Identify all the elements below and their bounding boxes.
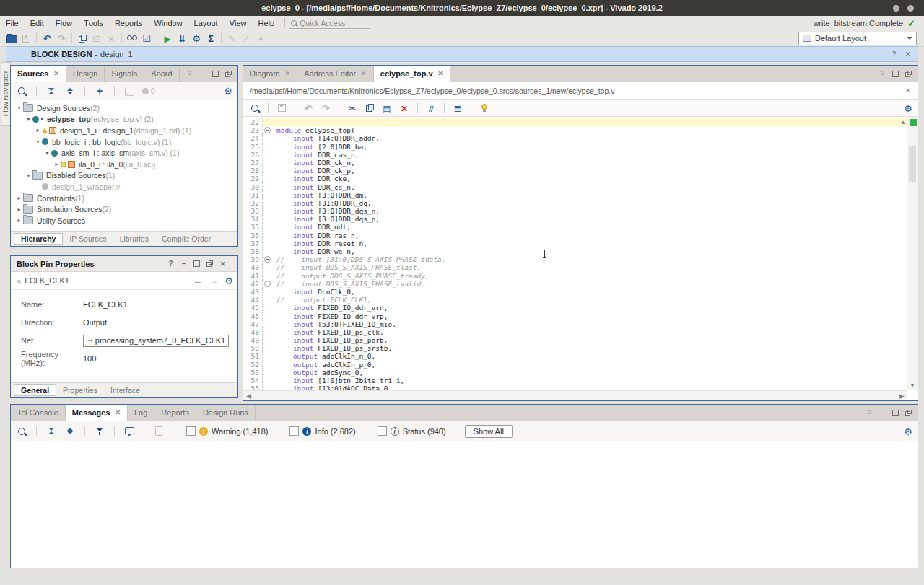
collapse-arrow-icon[interactable]: ▾	[15, 105, 23, 111]
scroll-down-icon[interactable]: ▼	[907, 382, 918, 389]
delete-icon[interactable]	[104, 32, 118, 45]
tab-design-runs[interactable]: Design Runs	[196, 405, 256, 421]
tab-general[interactable]: General	[14, 384, 56, 396]
fold-marker[interactable]	[263, 255, 272, 263]
tab-hierarchy[interactable]: Hierarchy	[14, 233, 63, 245]
code-text[interactable]: inout [3:0]DDR_dm,	[272, 191, 907, 199]
bulb-icon[interactable]	[477, 102, 492, 115]
tab-messages[interactable]: Messages✕	[66, 405, 128, 421]
tree-item-utility-sources[interactable]: ▸Utility Sources	[11, 215, 237, 226]
code-text[interactable]: // output DDS_S_AXIS_PHASE_tready,	[272, 272, 907, 280]
tab-design[interactable]: Design	[66, 66, 105, 82]
code-text[interactable]: inout [2:0]DDR_ba,	[272, 143, 907, 151]
help-icon[interactable]	[186, 70, 193, 78]
comment-icon[interactable]	[424, 102, 438, 115]
help-icon[interactable]	[879, 70, 886, 78]
code-text[interactable]	[272, 118, 907, 126]
code-text[interactable]: input [13:0]dADC_Data_0,	[272, 384, 907, 390]
code-text[interactable]: inout DDR_ras_n,	[272, 232, 907, 239]
menu-file[interactable]: File	[0, 16, 25, 30]
menu-edit[interactable]: Edit	[25, 16, 50, 30]
help-icon[interactable]	[167, 260, 175, 268]
funnel-icon[interactable]	[92, 425, 107, 438]
float-icon[interactable]	[206, 260, 214, 268]
code-text[interactable]: // output FCLK_CLK1,	[272, 296, 907, 304]
menu-flow[interactable]: Flow	[50, 16, 78, 30]
search-icon[interactable]	[14, 425, 29, 438]
scrollbar-thumb[interactable]	[909, 146, 916, 182]
gear-icon[interactable]	[904, 425, 912, 438]
code-text[interactable]: // input [31:0]DDS_S_AXIS_PHASE_tdata,	[272, 255, 907, 263]
open-icon[interactable]	[4, 32, 19, 45]
layout-selector[interactable]: Default Layout	[798, 32, 917, 45]
forward-arrow-icon[interactable]	[209, 276, 218, 286]
tab-tcl-console[interactable]: Tcl Console	[11, 405, 66, 421]
paste-blue-icon[interactable]	[380, 102, 394, 115]
sum-icon[interactable]	[204, 32, 218, 45]
close-icon[interactable]: ✕	[115, 409, 121, 416]
close-icon[interactable]	[904, 50, 912, 58]
minimize-icon[interactable]	[180, 260, 188, 268]
pencil-gray-icon[interactable]	[225, 32, 239, 45]
floppy-icon[interactable]	[19, 32, 33, 45]
tab-interface[interactable]: Interface	[104, 385, 147, 395]
tree-item-axis-sm-i-axis-sm[interactable]: ▾axis_sm_i : axis_sm (axis_sm.v) (1)	[11, 147, 237, 159]
expand-arrow-icon[interactable]: ▸	[53, 161, 61, 167]
code-area[interactable]: 2223module eclypse_top(24 inout [14:0]DD…	[243, 117, 918, 390]
menu-view[interactable]: View	[224, 16, 253, 30]
code-text[interactable]: inout FIXED_IO_ps_clk,	[272, 328, 907, 336]
float-icon[interactable]	[905, 70, 912, 78]
close-icon[interactable]: ✕	[285, 70, 291, 77]
code-text[interactable]: inout FIXED_IO_ps_porb,	[272, 336, 907, 344]
collapse-icon[interactable]	[44, 425, 58, 438]
code-text[interactable]: inout DDR_reset_n,	[272, 239, 907, 247]
scroll-left-icon[interactable]: ◀	[246, 392, 251, 400]
tree-item-design-1-wrapper-v[interactable]: design_1_wrapper.v	[11, 181, 237, 193]
horizontal-scrollbar[interactable]: ◀ ▶	[243, 390, 907, 400]
undo-gray-icon[interactable]	[301, 102, 315, 115]
code-text[interactable]: input DcoClk_0,	[272, 288, 907, 296]
undo-icon[interactable]	[40, 32, 54, 45]
redo-gray-icon[interactable]	[318, 102, 333, 115]
tab-eclypse-top-v[interactable]: eclypse_top.v✕	[374, 66, 450, 82]
scroll-right-icon[interactable]: ▶	[899, 392, 905, 400]
gear-icon[interactable]	[225, 276, 233, 286]
code-text[interactable]: inout FIXED_IO_ddr_vrn,	[272, 304, 907, 312]
copy-icon[interactable]	[75, 32, 90, 45]
code-text[interactable]: inout [53:0]FIXED_IO_mio,	[272, 320, 907, 328]
help-gray-icon[interactable]	[122, 84, 136, 97]
float-icon[interactable]	[905, 409, 912, 417]
fold-marker[interactable]	[263, 280, 272, 288]
chat-icon[interactable]	[122, 425, 136, 438]
tree-item-design-1-i-design-1[interactable]: ▸design_1_i : design_1 (design_1.bd) (1)	[11, 125, 237, 136]
tab-log[interactable]: Log	[128, 405, 154, 421]
code-text[interactable]: output adcClkIn_p_0,	[272, 361, 907, 369]
tab-board[interactable]: Board	[144, 66, 179, 82]
tree-item-eclypse-top[interactable]: ▾eclypse_top (eclypse_top.v) (2)	[11, 114, 237, 126]
code-text[interactable]: output adcSync_0,	[272, 369, 907, 377]
close-icon[interactable]: ✕	[53, 70, 59, 77]
code-text[interactable]: inout FIXED_IO_ps_srstb,	[272, 344, 907, 352]
vertical-scrollbar[interactable]: ▼	[907, 117, 918, 390]
copy-icon[interactable]	[362, 102, 377, 115]
tab-compile-order[interactable]: Compile Order	[155, 234, 217, 244]
save-gray-icon[interactable]	[274, 102, 289, 115]
code-text[interactable]: inout [3:0]DDR_dqs_p,	[272, 215, 907, 223]
quick-access-search[interactable]: Quick Access	[289, 18, 370, 29]
menu-help[interactable]: Help	[252, 16, 280, 30]
redo-icon[interactable]	[54, 32, 69, 45]
code-text[interactable]: inout [14:0]DDR_addr,	[272, 134, 907, 142]
maximize-icon[interactable]	[193, 260, 201, 268]
expand-arrow-icon[interactable]: ▸	[15, 217, 23, 224]
code-text[interactable]: // input DDS_S_AXIS_PHASE_tvalid,	[272, 280, 907, 288]
expand-icon[interactable]	[63, 425, 77, 438]
tab-libraries[interactable]: Libraries	[113, 234, 155, 244]
tab-reports[interactable]: Reports	[154, 405, 196, 421]
tree-item-disabled-sources[interactable]: ▾Disabled Sources (1)	[11, 170, 237, 182]
help-icon[interactable]	[890, 50, 898, 58]
code-text[interactable]: output adcClkIn_n_0,	[272, 352, 907, 360]
messages-content[interactable]	[11, 441, 918, 568]
code-text[interactable]: module eclypse_top(	[272, 126, 907, 134]
expand-arrow-icon[interactable]: ▸	[34, 127, 42, 133]
help-icon[interactable]	[866, 409, 873, 417]
